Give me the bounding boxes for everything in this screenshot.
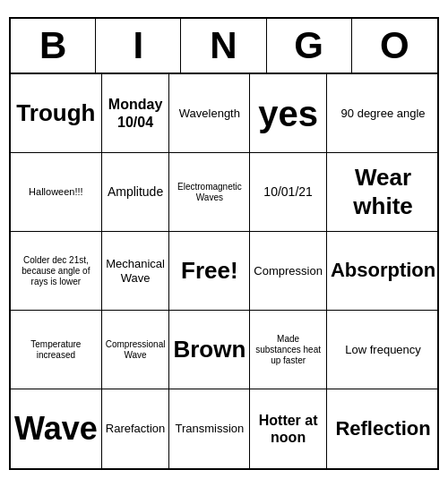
cell-2-3[interactable]: Electromagnetic Waves: [169, 153, 250, 232]
cell-5-3[interactable]: Transmission: [169, 389, 250, 468]
bingo-header: B I N G O: [11, 19, 437, 74]
cell-3-4[interactable]: Compression: [250, 232, 327, 311]
bingo-card: B I N G O Trough Monday 10/04 Wavelength…: [9, 17, 439, 470]
cell-5-5[interactable]: Reflection: [327, 389, 439, 468]
cell-2-5[interactable]: Wear white: [327, 153, 439, 232]
header-g: G: [267, 19, 352, 73]
header-b: B: [11, 19, 96, 73]
cell-4-1[interactable]: Temperature increased: [11, 311, 102, 389]
cell-1-4[interactable]: yes: [250, 74, 327, 153]
cell-4-5[interactable]: Low frequency: [327, 311, 439, 389]
cell-2-2[interactable]: Amplitude: [102, 153, 170, 232]
cell-1-2[interactable]: Monday 10/04: [102, 74, 170, 153]
cell-3-1[interactable]: Colder dec 21st, because angle of rays i…: [11, 232, 102, 311]
cell-4-4[interactable]: Made substances heat up faster: [250, 311, 327, 389]
cell-4-3[interactable]: Brown: [169, 311, 250, 389]
cell-5-4[interactable]: Hotter at noon: [250, 389, 327, 468]
cell-1-3[interactable]: Wavelength: [169, 74, 250, 153]
cell-3-3[interactable]: Free!: [169, 232, 250, 311]
bingo-grid: Trough Monday 10/04 Wavelength yes 90 de…: [11, 74, 437, 468]
cell-1-5[interactable]: 90 degree angle: [327, 74, 439, 153]
header-o: O: [352, 19, 437, 73]
cell-2-4[interactable]: 10/01/21: [250, 153, 327, 232]
cell-4-2[interactable]: Compressional Wave: [102, 311, 170, 389]
cell-3-5[interactable]: Absorption: [327, 232, 439, 311]
header-n: N: [181, 19, 266, 73]
cell-5-1[interactable]: Wave: [11, 389, 102, 468]
cell-5-2[interactable]: Rarefaction: [102, 389, 170, 468]
cell-3-2[interactable]: Mechanical Wave: [102, 232, 170, 311]
cell-1-1[interactable]: Trough: [11, 74, 102, 153]
header-i: I: [96, 19, 181, 73]
cell-2-1[interactable]: Halloween!!!: [11, 153, 102, 232]
